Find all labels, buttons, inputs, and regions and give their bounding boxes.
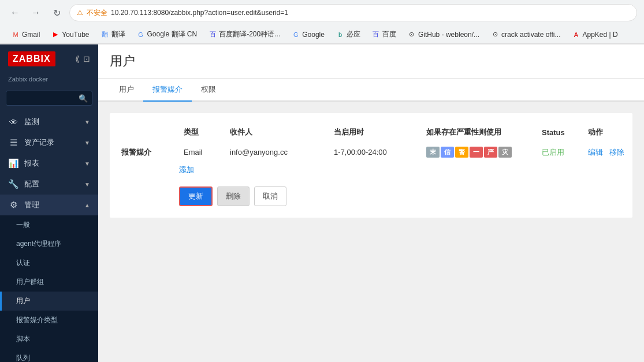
badge-not: 末 [426,147,440,158]
bookmark-google-label: Google [302,31,325,39]
zabbix-logo: ZABBIX [8,51,55,66]
gmail-favicon: M [12,31,20,39]
sidebar-item-agent[interactable]: agent代理程序 [0,234,98,253]
address-bar[interactable]: ⚠ 不安全 10.20.70.113:8080/zabbix.php?actio… [69,4,637,21]
update-button[interactable]: 更新 [179,186,213,206]
tabs-bar: 用户 报警媒介 权限 [98,79,644,102]
monitor-icon: 👁 [8,117,18,127]
sidebar-item-config[interactable]: 🔧 配置 ▼ [0,174,98,195]
bookmark-translate1-label: 翻译 [111,29,125,39]
bookmark-gmail-label: Gmail [22,31,40,39]
remove-link[interactable]: 移除 [609,148,624,156]
admin-submenu: 一般 agent代理程序 认证 用户群组 用户 报警媒介类型 脚本 队列 [0,215,98,362]
translate1-favicon: 翻 [101,31,109,39]
sidebar-item-auth[interactable]: 认证 [0,253,98,273]
bookmark-google-translate[interactable]: G Google 翻译 CN [132,28,202,41]
reload-button[interactable]: ↻ [49,5,65,21]
bookmark-bing[interactable]: b 必应 [332,28,365,41]
tab-media[interactable]: 报警媒介 [143,79,192,102]
bookmark-youtube[interactable]: ▶ YouTube [47,29,94,40]
media-row-when: 1-7,00:00-24:00 [329,145,422,159]
add-media-link[interactable]: 添加 [179,165,194,175]
assets-arrow-icon: ▼ [84,140,90,146]
bookmark-bing-label: 必应 [347,29,360,39]
content-area: 类型 收件人 当启用时 如果存在严重性则使用 Status 动作 报警媒介 Em… [98,102,644,229]
col-header-recipient: 收件人 [225,125,329,140]
sidebar-admin-label: 管理 [24,200,39,210]
bookmark-github-label: GitHub - webleon/... [418,31,479,39]
bookmark-baidu-translate[interactable]: 百 百度翻译-200种语... [204,28,285,41]
admin-arrow-icon: ▲ [84,202,90,208]
page-header: 用户 [98,44,644,79]
bookmarks-bar: M Gmail ▶ YouTube 翻 翻译 G Google 翻译 CN 百 … [0,25,644,44]
bookmark-translate1[interactable]: 翻 翻译 [96,28,130,41]
sidebar-item-admin[interactable]: ⚙ 管理 ▲ [0,195,98,215]
col-header-status: Status [537,126,583,139]
sidebar-item-general[interactable]: 一般 [0,215,98,234]
security-icon: ⚠ [77,9,83,17]
sidebar-item-media-types[interactable]: 报警媒介类型 [0,311,98,330]
status-enabled-label: 已启用 [542,148,564,156]
sidebar-item-queue[interactable]: 队列 [0,349,98,362]
bookmark-baidu[interactable]: 百 百度 [367,28,401,41]
sidebar-item-reports[interactable]: 📊 报表 ▼ [0,153,98,174]
badge-warn: 警 [455,147,468,158]
tab-user[interactable]: 用户 [110,79,143,102]
bookmark-crack[interactable]: ⊙ crack activate offi... [486,29,565,40]
sidebar-item-usergroups[interactable]: 用户群组 [0,273,98,292]
collapse-icon[interactable]: ⟪ [75,54,80,64]
bookmark-appked-label: AppKed | D [583,31,618,39]
sidebar-config-label: 配置 [24,179,39,189]
badge-dis: 灾 [498,147,512,158]
cancel-button[interactable]: 取消 [254,186,286,206]
bookmark-github[interactable]: ⊙ GitHub - webleon/... [403,29,484,40]
bing-favicon: b [336,31,344,39]
sidebar-search-container: 🔍 [6,91,92,106]
media-row-recipient: info@yanyong.cc [225,145,329,159]
youtube-favicon: ▶ [51,31,59,39]
sidebar-item-scripts[interactable]: 脚本 [0,330,98,349]
appked-favicon: A [572,31,580,39]
col-header-action: 动作 [583,125,641,140]
edit-link[interactable]: 编辑 [588,148,603,156]
sidebar-instance: Zabbix docker [0,73,98,87]
sidebar-logo: ZABBIX ⟪ ⊡ [0,44,98,73]
back-button[interactable]: ← [7,5,23,21]
config-arrow-icon: ▼ [84,181,90,188]
forward-button[interactable]: → [28,5,44,21]
reports-arrow-icon: ▼ [84,161,90,167]
fullscreen-icon[interactable]: ⊡ [83,54,90,64]
baidu-favicon: 百 [372,31,380,39]
google-favicon: G [292,31,300,39]
bookmark-baidu-translate-label: 百度翻译-200种语... [219,29,280,39]
tab-permissions[interactable]: 权限 [192,79,225,102]
bookmark-youtube-label: YouTube [62,31,89,39]
media-row-type: Email [179,145,225,159]
sidebar-reports-label: 报表 [24,158,39,169]
search-icon: 🔍 [79,94,88,103]
sidebar-item-users[interactable]: 用户 [0,292,98,311]
google-translate-favicon: G [137,31,145,39]
browser-chrome: ← → ↻ ⚠ 不安全 10.20.70.113:8080/zabbix.php… [0,0,644,44]
crack-favicon: ⊙ [491,31,499,39]
media-row-actions: 编辑 移除 [583,145,641,160]
app-container: ZABBIX ⟪ ⊡ Zabbix docker 🔍 👁 监测 ▼ ☰ 资产记录… [0,44,644,362]
bookmark-appked[interactable]: A AppKed | D [568,29,623,40]
admin-icon: ⚙ [8,200,18,210]
col-header-severity: 如果存在严重性则使用 [422,125,537,140]
sidebar: ZABBIX ⟪ ⊡ Zabbix docker 🔍 👁 监测 ▼ ☰ 资产记录… [0,44,98,362]
bookmark-crack-label: crack activate offi... [501,31,561,39]
browser-toolbar: ← → ↻ ⚠ 不安全 10.20.70.113:8080/zabbix.php… [0,0,644,25]
bookmark-gmail[interactable]: M Gmail [7,29,44,40]
sidebar-assets-label: 资产记录 [24,137,54,148]
delete-button[interactable]: 删除 [217,186,250,206]
media-row-status: 已启用 [537,145,583,160]
main-content: 用户 用户 报警媒介 权限 类型 收件人 当启用时 如果存在严重性则使用 Sta… [98,44,644,362]
bookmark-baidu-label: 百度 [382,29,396,39]
sidebar-item-assets[interactable]: ☰ 资产记录 ▼ [0,132,98,153]
bookmark-google[interactable]: G Google [287,29,329,40]
col-header-type: 类型 [179,125,225,140]
monitor-arrow-icon: ▼ [84,119,90,125]
col-header-when: 当启用时 [329,125,422,140]
sidebar-item-monitor[interactable]: 👁 监测 ▼ [0,111,98,132]
